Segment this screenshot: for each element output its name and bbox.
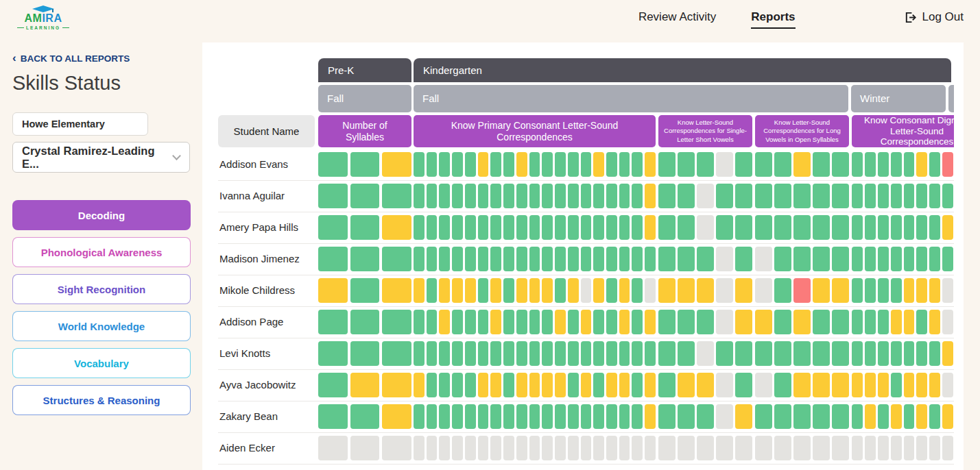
skill-status-cell[interactable]: [813, 184, 830, 208]
skill-status-cell[interactable]: [555, 310, 566, 334]
skill-status-cell[interactable]: [516, 404, 527, 429]
skill-status-cell[interactable]: [929, 278, 940, 303]
skill-status-cell[interactable]: [632, 341, 643, 366]
skill-status-cell[interactable]: [658, 310, 676, 334]
skill-status-cell[interactable]: [755, 215, 772, 240]
skill-status-cell[interactable]: [439, 404, 450, 429]
skill-status-cell[interactable]: [891, 341, 902, 366]
skill-status-cell[interactable]: [593, 373, 604, 397]
skill-status-cell[interactable]: [716, 436, 733, 460]
skill-status-cell[interactable]: [465, 404, 476, 429]
skill-status-cell[interactable]: [865, 184, 876, 208]
skill-status-cell[interactable]: [774, 215, 791, 240]
skill-status-cell[interactable]: [382, 341, 411, 366]
skill-status-cell[interactable]: [542, 404, 553, 429]
skill-status-cell[interactable]: [891, 278, 902, 303]
skill-status-cell[interactable]: [891, 247, 902, 271]
skill-status-cell[interactable]: [503, 373, 514, 397]
skill-status-cell[interactable]: [832, 373, 849, 397]
skill-status-cell[interactable]: [555, 341, 566, 366]
skill-filter-button-phonological-awareness[interactable]: Phonological Awareness: [12, 237, 191, 267]
skill-status-cell[interactable]: [891, 184, 902, 208]
skill-status-cell[interactable]: [942, 436, 953, 460]
skill-status-cell[interactable]: [478, 436, 489, 460]
skill-status-cell[interactable]: [904, 404, 915, 429]
skill-status-cell[interactable]: [581, 215, 592, 240]
skill-status-cell[interactable]: [852, 341, 863, 366]
skill-status-cell[interactable]: [716, 404, 733, 429]
skill-status-cell[interactable]: [427, 152, 438, 177]
skill-status-cell[interactable]: [414, 184, 425, 208]
skill-status-cell[interactable]: [929, 341, 940, 366]
skill-status-cell[interactable]: [382, 184, 411, 208]
skill-status-cell[interactable]: [658, 184, 676, 208]
skill-status-cell[interactable]: [793, 436, 811, 460]
skill-status-cell[interactable]: [678, 436, 695, 460]
skill-status-cell[interactable]: [735, 152, 752, 177]
skill-status-cell[interactable]: [916, 184, 927, 208]
skill-status-cell[interactable]: [427, 215, 438, 240]
skill-status-cell[interactable]: [542, 278, 553, 303]
skill-status-cell[interactable]: [542, 247, 553, 271]
skill-status-cell[interactable]: [904, 215, 915, 240]
skill-status-cell[interactable]: [645, 184, 656, 208]
skill-status-cell[interactable]: [452, 184, 463, 208]
skill-status-cell[interactable]: [414, 247, 425, 271]
skill-status-cell[interactable]: [516, 184, 527, 208]
skill-status-cell[interactable]: [606, 404, 617, 429]
skill-status-cell[interactable]: [891, 152, 902, 177]
skill-status-cell[interactable]: [318, 278, 348, 303]
skill-status-cell[interactable]: [678, 247, 695, 271]
skill-status-cell[interactable]: [904, 247, 915, 271]
skill-status-cell[interactable]: [755, 152, 772, 177]
skill-status-cell[interactable]: [503, 404, 514, 429]
skill-status-cell[interactable]: [490, 278, 501, 303]
skill-status-cell[interactable]: [832, 436, 849, 460]
skill-status-cell[interactable]: [929, 404, 940, 429]
logout-button[interactable]: Log Out: [904, 10, 964, 24]
skill-status-cell[interactable]: [916, 152, 927, 177]
skill-status-cell[interactable]: [439, 341, 450, 366]
skill-status-cell[interactable]: [735, 404, 752, 429]
skill-status-cell[interactable]: [593, 184, 604, 208]
skill-status-cell[interactable]: [904, 184, 915, 208]
skill-status-cell[interactable]: [878, 404, 889, 429]
skill-status-cell[interactable]: [878, 310, 889, 334]
skill-status-cell[interactable]: [632, 152, 643, 177]
skill-status-cell[interactable]: [793, 247, 811, 271]
skill-status-cell[interactable]: [852, 184, 863, 208]
skill-status-cell[interactable]: [503, 278, 514, 303]
skill-status-cell[interactable]: [832, 184, 849, 208]
skill-status-cell[interactable]: [697, 184, 714, 208]
skill-status-cell[interactable]: [865, 341, 876, 366]
skill-status-cell[interactable]: [852, 310, 863, 334]
skill-status-cell[interactable]: [555, 278, 566, 303]
skill-status-cell[interactable]: [929, 215, 940, 240]
skill-status-cell[interactable]: [716, 341, 733, 366]
skill-status-cell[interactable]: [697, 373, 714, 397]
skill-status-cell[interactable]: [813, 404, 830, 429]
skill-status-cell[interactable]: [581, 184, 592, 208]
skill-status-cell[interactable]: [350, 152, 380, 177]
skill-status-cell[interactable]: [865, 373, 876, 397]
skill-status-cell[interactable]: [774, 341, 791, 366]
skill-status-cell[interactable]: [929, 247, 940, 271]
skill-status-cell[interactable]: [865, 247, 876, 271]
skill-status-cell[interactable]: [593, 215, 604, 240]
skill-status-cell[interactable]: [503, 310, 514, 334]
skill-status-cell[interactable]: [916, 278, 927, 303]
skill-status-cell[interactable]: [350, 278, 380, 303]
skill-status-cell[interactable]: [716, 215, 733, 240]
skill-status-cell[interactable]: [929, 436, 940, 460]
skill-status-cell[interactable]: [529, 404, 540, 429]
skill-status-cell[interactable]: [581, 373, 592, 397]
skill-status-cell[interactable]: [350, 247, 380, 271]
skill-status-cell[interactable]: [774, 278, 791, 303]
skill-status-cell[interactable]: [645, 278, 656, 303]
skill-status-cell[interactable]: [619, 436, 630, 460]
skill-status-cell[interactable]: [832, 310, 849, 334]
skill-status-cell[interactable]: [813, 310, 830, 334]
skill-status-cell[interactable]: [382, 373, 411, 397]
skill-status-cell[interactable]: [465, 373, 476, 397]
skill-status-cell[interactable]: [350, 215, 380, 240]
